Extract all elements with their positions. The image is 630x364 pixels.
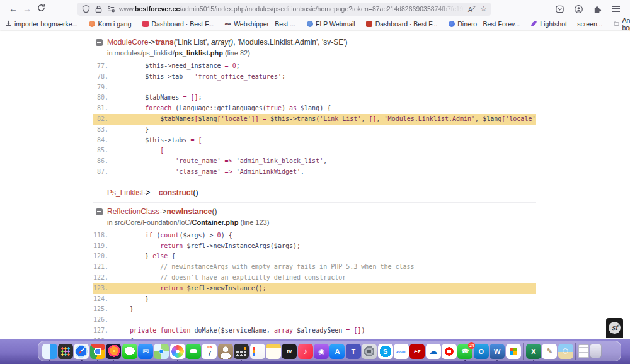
trace-signature: ReflectionClass->newInstance() (93, 203, 536, 217)
back-button[interactable]: ← (6, 4, 20, 14)
dock-item-chrome[interactable] (90, 344, 105, 359)
other-bookmarks[interactable]: Andre bogmærker (614, 16, 630, 31)
trace-file-location: in src/Core/Foundation/IoC/Container.php… (107, 219, 536, 226)
bookmark-item[interactable]: Dashboard · Best F... (142, 20, 214, 28)
dock-item-filezilla[interactable]: Fz (410, 344, 425, 359)
dock-item-appstore[interactable]: A (329, 344, 345, 359)
trace-method[interactable]: trans (155, 38, 173, 47)
desktop-wallpaper-strip: ✉JUN7tv♪◉ATSzoomFz☁☎24OWX✎ (0, 339, 630, 364)
dock-item-reminders[interactable] (250, 344, 265, 359)
lock-icon[interactable] (94, 4, 103, 14)
dock-item-finder[interactable] (42, 344, 57, 359)
dock-item-facetime[interactable] (186, 344, 201, 359)
contacts-icon (218, 344, 233, 359)
dock-item-outlook[interactable]: O (474, 344, 489, 359)
dock-item-skype[interactable]: S (378, 344, 393, 359)
running-indicator (49, 360, 50, 361)
bookmarks-bar: importer bogmærke...Kom i gangDashboard … (0, 18, 630, 30)
dock-item-calendar[interactable]: JUN7 (202, 344, 217, 359)
outlook-icon: O (474, 344, 489, 359)
trace-method[interactable]: newInstance (166, 207, 212, 216)
dock-item-photos[interactable] (170, 344, 185, 359)
import-arrow-icon (5, 20, 12, 27)
dock-item-messages[interactable] (122, 344, 137, 359)
dock-item-music[interactable]: ♪ (298, 344, 313, 359)
collapse-icon[interactable] (96, 39, 103, 46)
purple-feather-icon (530, 20, 537, 27)
dock-item-word[interactable]: W (490, 344, 505, 359)
bookmark-item[interactable]: Lightshot — screen... (530, 20, 602, 28)
bookmark-item[interactable]: Kom i gang (88, 20, 131, 28)
docs-icon (578, 344, 589, 358)
bookmark-star-icon[interactable]: ☆ (480, 5, 487, 13)
bookmark-label: Dashboard · Best F... (375, 20, 438, 28)
dock-item-docs[interactable] (578, 344, 589, 358)
screen: ← → www.bestforever.cc/admin5015/index.p… (0, 0, 630, 364)
other-bookmarks-label: Andre bogmærker (622, 16, 630, 31)
dock-item-tv[interactable]: tv (282, 344, 297, 359)
forward-button[interactable]: → (20, 4, 34, 14)
bookmark-item[interactable]: Dinero - Best Forev... (448, 20, 520, 28)
dock-item-onedrive[interactable]: ☁ (426, 344, 441, 359)
code-line: 121. // newInstanceArgs with empty array… (93, 262, 536, 273)
trace-method[interactable]: __construct (150, 188, 193, 197)
teams-icon: T (346, 344, 361, 359)
menu-icon[interactable] (612, 6, 620, 12)
running-indicator (496, 360, 498, 361)
zoom-icon: zoom (394, 344, 409, 359)
bookmark-item[interactable]: awWebshipper - Best ... (224, 20, 295, 28)
symfony-toolbar-toggle[interactable]: sf (606, 318, 623, 338)
dock-item-textedit[interactable]: ✎ (542, 344, 557, 359)
dock-item-preview[interactable] (558, 344, 573, 359)
firefox-icon (106, 344, 121, 359)
dock-item-teams[interactable]: T (346, 344, 361, 359)
collapse-icon[interactable] (96, 208, 103, 215)
code-line: 78. $this->tab = 'front_office_features'… (93, 72, 536, 82)
code-line: 119. return $refl->newInstanceArgs($args… (93, 241, 536, 252)
dock-item-contacts[interactable] (218, 344, 233, 359)
pocket-icon[interactable] (555, 4, 564, 14)
code-line: 80. $tabNames = []; (93, 93, 536, 103)
bookmark-item[interactable]: importer bogmærke... (5, 20, 77, 28)
dock-item-whatsapp[interactable]: ☎24 (457, 344, 472, 359)
dock-item-calculator[interactable] (234, 344, 249, 359)
bookmark-item[interactable]: FLP Webmail (306, 20, 355, 28)
dock-separator (575, 343, 576, 360)
extensions-puzzle-icon[interactable] (593, 4, 602, 14)
permissions-icon[interactable] (106, 4, 116, 14)
dock-item-m365[interactable] (506, 344, 521, 359)
dock-item-findmy[interactable] (154, 344, 169, 359)
dock-item-zoom[interactable]: zoom (394, 344, 409, 359)
facetime-icon (186, 344, 201, 359)
dock-item-podcasts[interactable]: ◉ (314, 344, 329, 359)
bookmark-label: Webshipper - Best ... (234, 20, 295, 28)
dock-item-acrobat[interactable] (442, 344, 457, 359)
filezilla-icon: Fz (410, 344, 425, 359)
dock-item-safari[interactable] (74, 344, 89, 359)
address-bar[interactable]: www.bestforever.cc/admin5015/index.php/m… (77, 3, 491, 16)
trace-signature: ModuleCore->trans('Link List', array(), … (93, 33, 536, 47)
dock-item-firefox[interactable] (106, 344, 121, 359)
running-indicator (81, 360, 82, 361)
account-icon[interactable] (574, 4, 583, 14)
dock-item-notes[interactable] (266, 344, 281, 359)
reload-icon (37, 3, 46, 13)
code-line: 86. 'route_name' => 'admin_link_block_li… (93, 156, 536, 167)
code-line: 123. return $refl->newInstance(); (93, 283, 536, 294)
code-line: 122. // doesn't have an explicitly defin… (93, 273, 536, 283)
bookmark-item[interactable]: Dashboard · Best F... (366, 20, 438, 28)
dock-item-launchpad[interactable] (58, 344, 73, 359)
reload-button[interactable] (34, 3, 48, 14)
shield-icon[interactable] (81, 4, 91, 14)
code-line: 85. [ (93, 145, 536, 156)
running-indicator (177, 360, 178, 361)
translate-icon[interactable]: A (467, 4, 476, 14)
dock-item-settings[interactable] (362, 344, 377, 359)
finder-icon (42, 344, 57, 359)
notification-badge: 24 (468, 342, 475, 349)
dock-item-mail[interactable]: ✉ (138, 344, 153, 359)
bookmark-label: importer bogmærke... (14, 20, 77, 28)
dock-item-excel[interactable]: X (526, 344, 541, 359)
navigation-toolbar: ← → www.bestforever.cc/admin5015/index.p… (0, 0, 630, 18)
dock-item-trash[interactable] (590, 344, 602, 358)
